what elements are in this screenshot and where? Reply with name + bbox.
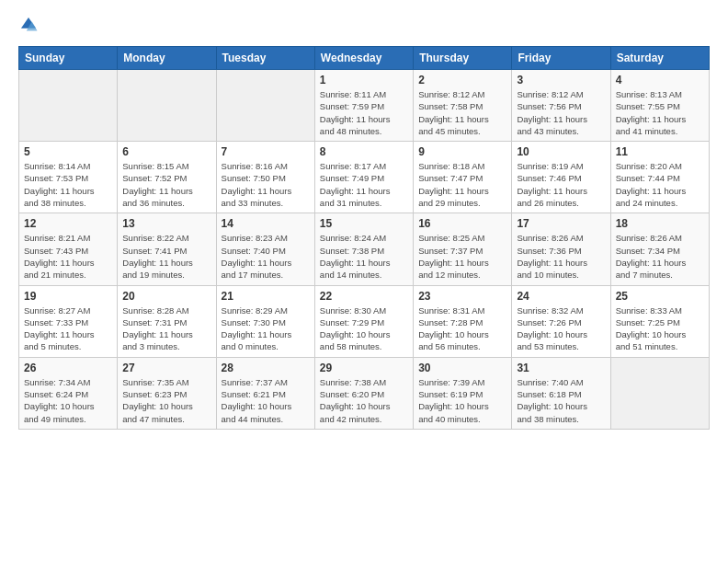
calendar-cell: 2Sunrise: 8:12 AM Sunset: 7:58 PM Daylig… [414,70,512,142]
day-number: 30 [418,362,506,374]
day-info: Sunrise: 8:27 AM Sunset: 7:33 PM Dayligh… [24,304,112,353]
calendar-cell: 8Sunrise: 8:17 AM Sunset: 7:49 PM Daylig… [314,142,413,213]
calendar-cell: 9Sunrise: 8:18 AM Sunset: 7:47 PM Daylig… [414,142,512,213]
day-info: Sunrise: 8:33 AM Sunset: 7:25 PM Dayligh… [616,304,704,353]
calendar-cell: 21Sunrise: 8:29 AM Sunset: 7:30 PM Dayli… [216,285,314,357]
calendar-cell: 29Sunrise: 7:38 AM Sunset: 6:20 PM Dayli… [314,357,413,429]
day-number: 23 [418,290,506,303]
day-number: 5 [24,145,112,158]
calendar-cell: 23Sunrise: 8:31 AM Sunset: 7:28 PM Dayli… [414,285,512,357]
day-number: 15 [320,217,408,230]
calendar-cell: 3Sunrise: 8:12 AM Sunset: 7:56 PM Daylig… [512,70,610,142]
day-number: 7 [222,145,310,158]
calendar-cell: 26Sunrise: 7:34 AM Sunset: 6:24 PM Dayli… [19,357,118,429]
day-number: 21 [222,290,310,303]
day-number: 25 [616,290,704,303]
calendar-cell: 27Sunrise: 7:35 AM Sunset: 6:23 PM Dayli… [118,357,216,429]
day-number: 8 [320,145,408,158]
calendar-week-row: 5Sunrise: 8:14 AM Sunset: 7:53 PM Daylig… [19,142,710,213]
day-info: Sunrise: 8:14 AM Sunset: 7:53 PM Dayligh… [24,160,112,209]
day-number: 9 [418,145,506,158]
calendar-cell: 31Sunrise: 7:40 AM Sunset: 6:18 PM Dayli… [512,357,610,429]
calendar-cell: 10Sunrise: 8:19 AM Sunset: 7:46 PM Dayli… [512,142,610,213]
day-number: 26 [24,362,112,374]
day-number: 16 [418,217,506,230]
day-info: Sunrise: 8:29 AM Sunset: 7:30 PM Dayligh… [222,304,310,353]
day-number: 18 [616,217,704,230]
day-number: 19 [24,290,112,303]
day-info: Sunrise: 7:35 AM Sunset: 6:23 PM Dayligh… [122,376,210,425]
day-number: 27 [122,362,210,374]
day-info: Sunrise: 8:11 AM Sunset: 7:59 PM Dayligh… [320,88,408,137]
day-number: 1 [320,74,408,86]
day-number: 10 [517,145,605,158]
day-info: Sunrise: 8:15 AM Sunset: 7:52 PM Dayligh… [122,160,210,209]
day-info: Sunrise: 8:25 AM Sunset: 7:37 PM Dayligh… [418,232,506,281]
calendar-cell: 22Sunrise: 8:30 AM Sunset: 7:29 PM Dayli… [314,285,413,357]
calendar-week-row: 12Sunrise: 8:21 AM Sunset: 7:43 PM Dayli… [19,213,710,285]
day-info: Sunrise: 7:34 AM Sunset: 6:24 PM Dayligh… [24,376,112,425]
calendar-cell: 15Sunrise: 8:24 AM Sunset: 7:38 PM Dayli… [314,213,413,285]
day-info: Sunrise: 8:26 AM Sunset: 7:34 PM Dayligh… [616,232,704,281]
calendar-cell: 11Sunrise: 8:20 AM Sunset: 7:44 PM Dayli… [610,142,709,213]
day-info: Sunrise: 7:40 AM Sunset: 6:18 PM Dayligh… [517,376,605,425]
calendar-cell: 7Sunrise: 8:16 AM Sunset: 7:50 PM Daylig… [216,142,314,213]
calendar-cell: 18Sunrise: 8:26 AM Sunset: 7:34 PM Dayli… [610,213,709,285]
calendar: SundayMondayTuesdayWednesdayThursdayFrid… [18,46,710,430]
day-info: Sunrise: 8:28 AM Sunset: 7:31 PM Dayligh… [122,304,210,353]
calendar-cell: 16Sunrise: 8:25 AM Sunset: 7:37 PM Dayli… [414,213,512,285]
calendar-body: 1Sunrise: 8:11 AM Sunset: 7:59 PM Daylig… [19,70,710,430]
day-number: 4 [616,74,704,86]
day-info: Sunrise: 8:19 AM Sunset: 7:46 PM Dayligh… [517,160,605,209]
calendar-header: SundayMondayTuesdayWednesdayThursdayFrid… [19,47,710,70]
calendar-cell: 13Sunrise: 8:22 AM Sunset: 7:41 PM Dayli… [118,213,216,285]
day-info: Sunrise: 8:12 AM Sunset: 7:58 PM Dayligh… [418,88,506,137]
calendar-cell: 28Sunrise: 7:37 AM Sunset: 6:21 PM Dayli… [216,357,314,429]
calendar-cell: 6Sunrise: 8:15 AM Sunset: 7:52 PM Daylig… [118,142,216,213]
day-info: Sunrise: 8:21 AM Sunset: 7:43 PM Dayligh… [24,232,112,281]
calendar-cell: 4Sunrise: 8:13 AM Sunset: 7:55 PM Daylig… [610,70,709,142]
calendar-week-row: 1Sunrise: 8:11 AM Sunset: 7:59 PM Daylig… [19,70,710,142]
day-number: 17 [517,217,605,230]
logo-icon [18,15,39,35]
weekday-header: Thursday [414,47,512,70]
day-number: 22 [320,290,408,303]
day-info: Sunrise: 8:13 AM Sunset: 7:55 PM Dayligh… [616,88,704,137]
calendar-cell: 20Sunrise: 8:28 AM Sunset: 7:31 PM Dayli… [118,285,216,357]
day-info: Sunrise: 8:17 AM Sunset: 7:49 PM Dayligh… [320,160,408,209]
day-info: Sunrise: 7:38 AM Sunset: 6:20 PM Dayligh… [320,376,408,425]
day-number: 31 [517,362,605,374]
weekday-header: Tuesday [216,47,314,70]
calendar-cell: 30Sunrise: 7:39 AM Sunset: 6:19 PM Dayli… [414,357,512,429]
day-info: Sunrise: 7:39 AM Sunset: 6:19 PM Dayligh… [418,376,506,425]
day-info: Sunrise: 8:18 AM Sunset: 7:47 PM Dayligh… [418,160,506,209]
calendar-cell: 24Sunrise: 8:32 AM Sunset: 7:26 PM Dayli… [512,285,610,357]
day-info: Sunrise: 8:20 AM Sunset: 7:44 PM Dayligh… [616,160,704,209]
calendar-cell: 25Sunrise: 8:33 AM Sunset: 7:25 PM Dayli… [610,285,709,357]
day-number: 2 [418,74,506,86]
day-info: Sunrise: 8:30 AM Sunset: 7:29 PM Dayligh… [320,304,408,353]
day-number: 3 [517,74,605,86]
calendar-week-row: 26Sunrise: 7:34 AM Sunset: 6:24 PM Dayli… [19,357,710,429]
day-info: Sunrise: 8:32 AM Sunset: 7:26 PM Dayligh… [517,304,605,353]
day-info: Sunrise: 8:24 AM Sunset: 7:38 PM Dayligh… [320,232,408,281]
calendar-cell [610,357,709,429]
calendar-cell: 1Sunrise: 8:11 AM Sunset: 7:59 PM Daylig… [314,70,413,142]
calendar-cell: 12Sunrise: 8:21 AM Sunset: 7:43 PM Dayli… [19,213,118,285]
weekday-header: Friday [512,47,610,70]
day-info: Sunrise: 8:26 AM Sunset: 7:36 PM Dayligh… [517,232,605,281]
day-info: Sunrise: 8:12 AM Sunset: 7:56 PM Dayligh… [517,88,605,137]
day-info: Sunrise: 8:22 AM Sunset: 7:41 PM Dayligh… [122,232,210,281]
day-number: 12 [24,217,112,230]
day-number: 14 [222,217,310,230]
day-number: 28 [222,362,310,374]
calendar-cell: 5Sunrise: 8:14 AM Sunset: 7:53 PM Daylig… [19,142,118,213]
calendar-cell: 14Sunrise: 8:23 AM Sunset: 7:40 PM Dayli… [216,213,314,285]
weekday-header: Saturday [610,47,709,70]
day-number: 11 [616,145,704,158]
day-info: Sunrise: 7:37 AM Sunset: 6:21 PM Dayligh… [222,376,310,425]
day-number: 29 [320,362,408,374]
calendar-cell [19,70,118,142]
day-info: Sunrise: 8:16 AM Sunset: 7:50 PM Dayligh… [222,160,310,209]
calendar-week-row: 19Sunrise: 8:27 AM Sunset: 7:33 PM Dayli… [19,285,710,357]
